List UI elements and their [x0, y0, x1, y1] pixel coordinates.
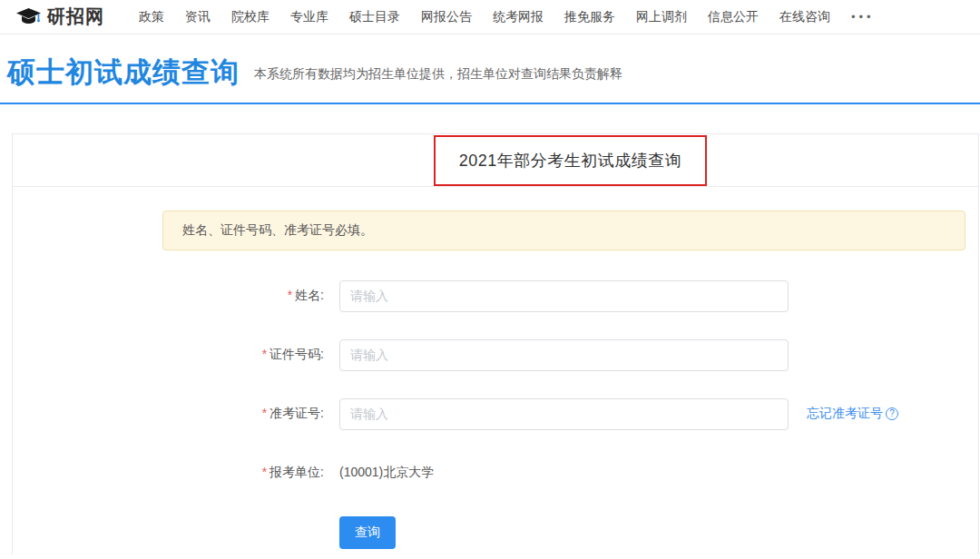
form-row-ticket-number: *准考证号: 忘记准考证号?	[162, 398, 965, 430]
graduation-cap-icon	[16, 8, 47, 25]
nav-item-school-library[interactable]: 院校库	[231, 9, 270, 25]
name-label: *姓名:	[162, 288, 324, 304]
apply-unit-label: *报考单位:	[162, 465, 324, 481]
id-number-label: *证件号码:	[162, 347, 324, 363]
forgot-ticket-link[interactable]: 忘记准考证号?	[807, 406, 898, 422]
form-row-submit: 查询	[162, 516, 965, 549]
required-asterisk: *	[262, 406, 267, 420]
nav-item-news[interactable]: 资讯	[185, 9, 211, 25]
id-number-input[interactable]	[339, 339, 789, 371]
nav-item-online-adjustment[interactable]: 网上调剂	[636, 9, 687, 25]
required-fields-notice: 姓名、证件号码、准考证号必填。	[162, 211, 965, 250]
page-title: 硕士初试成绩查询	[7, 56, 240, 89]
score-query-card: 2021年部分考生初试成绩查询 姓名、证件号码、准考证号必填。 *姓名: *证件…	[12, 133, 979, 554]
score-query-form: *姓名: *证件号码: *准考证号: 忘记准考证号? *报考单位: (10001…	[162, 280, 965, 549]
nav-item-online-consult[interactable]: 在线咨询	[779, 9, 830, 25]
apply-unit-value: (10001)北京大学	[339, 465, 434, 481]
page-subtitle: 本系统所有数据均为招生单位提供，招生单位对查询结果负责解释	[254, 66, 622, 89]
card-header: 2021年部分考生初试成绩查询	[13, 134, 978, 187]
notice-text: 姓名、证件号码、准考证号必填。	[182, 222, 373, 239]
blue-divider	[0, 103, 980, 104]
nav-item-info-disclosure[interactable]: 信息公开	[708, 9, 759, 25]
required-asterisk: *	[288, 288, 292, 302]
ticket-number-input[interactable]	[339, 398, 789, 430]
nav-item-major-library[interactable]: 专业库	[290, 9, 328, 25]
name-input[interactable]	[339, 280, 789, 312]
nav-item-master-catalog[interactable]: 硕士目录	[349, 9, 400, 25]
card-body: 姓名、证件号码、准考证号必填。 *姓名: *证件号码: *准考证号: 忘记准考证…	[13, 187, 978, 549]
logo-text: 研招网	[47, 5, 104, 29]
help-question-icon: ?	[886, 407, 898, 420]
card-title: 2021年部分考生初试成绩查询	[459, 150, 682, 172]
required-asterisk: *	[262, 347, 267, 361]
top-nav: 研招网 政策 资讯 院校库 专业库 硕士目录 网报公告 统考网报 推免服务 网上…	[0, 0, 980, 34]
query-button[interactable]: 查询	[339, 516, 396, 549]
nav-item-unified-exam-report[interactable]: 统考网报	[493, 9, 544, 25]
nav-item-policy[interactable]: 政策	[139, 9, 164, 25]
form-row-name: *姓名:	[162, 280, 965, 312]
nav-item-online-report-notice[interactable]: 网报公告	[421, 9, 472, 25]
ticket-number-label: *准考证号:	[162, 406, 324, 422]
page-header: 硕士初试成绩查询 本系统所有数据均为招生单位提供，招生单位对查询结果负责解释	[0, 34, 980, 89]
nav-more-ellipsis[interactable]: •••	[851, 10, 875, 24]
nav-item-exemption-service[interactable]: 推免服务	[564, 9, 615, 25]
site-logo[interactable]: 研招网	[16, 5, 104, 29]
form-row-id-number: *证件号码:	[162, 339, 965, 371]
form-row-apply-unit: *报考单位: (10001)北京大学	[162, 457, 965, 489]
red-annotation-box: 2021年部分考生初试成绩查询	[434, 135, 708, 186]
required-asterisk: *	[262, 465, 267, 479]
